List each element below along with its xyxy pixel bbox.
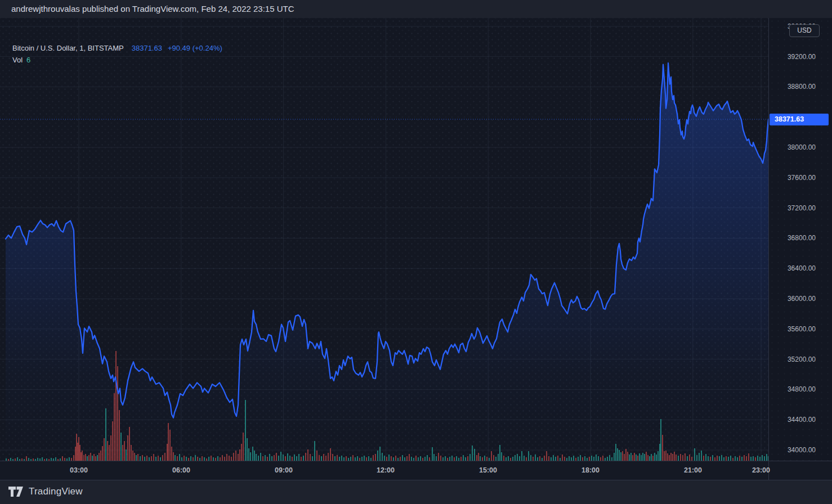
volume-bar	[569, 456, 570, 461]
volume-bar	[703, 456, 704, 461]
legend-last-price: 38371.63	[132, 44, 162, 52]
volume-bar	[555, 457, 556, 461]
volume-bar	[687, 456, 688, 461]
volume-bar	[87, 456, 88, 461]
volume-bar	[498, 454, 499, 461]
volume-bar	[766, 454, 767, 461]
volume-bar	[314, 441, 315, 461]
volume-bar	[409, 454, 410, 461]
volume-bar	[420, 456, 421, 461]
currency-badge: USD	[789, 24, 820, 37]
volume-bar	[674, 452, 675, 461]
time-axis-label: 23:00	[752, 461, 770, 480]
volume-bar	[762, 455, 763, 461]
volume-bar	[691, 457, 692, 461]
volume-bar	[402, 455, 403, 461]
price-chart-canvas[interactable]	[0, 18, 768, 461]
chart-pane[interactable]: Bitcoin / U.S. Dollar, 1, BITSTAMP38371.…	[0, 18, 768, 461]
volume-bar	[256, 454, 257, 461]
volume-bar	[252, 447, 253, 461]
volume-bar	[624, 454, 625, 461]
volume-bar	[296, 456, 297, 461]
volume-bar	[580, 455, 581, 461]
volume-bar	[451, 456, 453, 461]
volume-bar	[730, 456, 731, 461]
volume-bar	[438, 453, 439, 461]
volume-bar	[248, 448, 249, 461]
volume-bar	[712, 455, 713, 461]
volume-bar	[647, 455, 648, 461]
volume-bar	[517, 454, 518, 461]
volume-bar	[250, 452, 251, 461]
volume-bar	[95, 456, 96, 461]
volume-bar	[694, 448, 695, 461]
volume-bar	[467, 456, 468, 461]
volume-bar	[258, 456, 259, 461]
volume-bar	[245, 400, 246, 461]
volume-bar	[632, 455, 633, 461]
volume-bar	[292, 457, 293, 461]
volume-bar	[415, 456, 417, 461]
volume-bar	[158, 456, 159, 461]
volume-bar	[99, 453, 100, 461]
volume-bar	[670, 453, 672, 461]
price-axis-label: 39200.00	[788, 52, 816, 61]
volume-bar	[144, 457, 145, 461]
volume-bar	[636, 454, 637, 461]
volume-bar	[102, 446, 103, 461]
volume-bar	[224, 457, 225, 461]
volume-bar	[609, 455, 610, 461]
volume-bar	[735, 456, 736, 461]
volume-bar	[146, 456, 147, 461]
volume-bar	[533, 457, 534, 461]
footer-brand[interactable]: TradingView	[8, 483, 83, 500]
volume-bar	[678, 456, 679, 461]
volume-bar	[660, 419, 661, 461]
volume-bar	[247, 438, 248, 461]
volume-bar	[627, 452, 628, 461]
volume-bar	[699, 453, 700, 461]
volume-bar	[528, 451, 529, 461]
volume-bar	[598, 456, 599, 461]
volume-bar	[607, 457, 608, 461]
volume-bar	[346, 456, 347, 461]
volume-bar	[750, 457, 752, 461]
price-axis-label: 35600.00	[788, 325, 816, 334]
volume-bar	[436, 456, 437, 461]
volume-bar	[710, 457, 711, 461]
price-axis-label: 36400.00	[788, 264, 816, 273]
tradingview-logo-icon	[8, 485, 24, 498]
price-axis-label: 38800.00	[788, 82, 816, 91]
volume-bar	[229, 456, 230, 461]
symbol-title: Bitcoin / U.S. Dollar, 1, BITSTAMP	[12, 44, 124, 52]
volume-bar	[75, 447, 76, 461]
volume-bar	[463, 455, 464, 461]
volume-bar	[620, 452, 621, 461]
volume-bar	[701, 451, 702, 461]
volume-bar	[173, 452, 174, 461]
volume-bar	[484, 456, 485, 461]
volume-bar	[630, 453, 632, 461]
time-axis-label: 15:00	[479, 461, 497, 480]
volume-bar	[519, 456, 520, 461]
price-axis-label: 37200.00	[788, 204, 816, 213]
volume-bar	[112, 421, 113, 461]
price-axis[interactable]: 34000.0034400.0034800.0035200.0035600.00…	[768, 18, 832, 461]
volume-bar	[238, 454, 239, 461]
volume-bar	[717, 456, 718, 461]
volume-bar	[92, 456, 93, 461]
volume-bar	[705, 454, 706, 461]
volume-bar	[120, 433, 122, 461]
volume-bar	[746, 456, 747, 461]
volume-bar	[303, 456, 304, 461]
volume-bar	[93, 454, 95, 461]
volume-bar	[589, 457, 590, 461]
time-axis[interactable]: 03:0006:0009:0012:0015:0018:0021:0023:00	[0, 461, 832, 480]
volume-bar	[110, 435, 111, 461]
volume-bar	[26, 456, 27, 461]
volume-bar	[591, 456, 592, 461]
volume-bar	[301, 457, 302, 461]
volume-bar	[168, 423, 169, 461]
volume-bar	[122, 445, 123, 461]
volume-bar	[319, 455, 320, 461]
